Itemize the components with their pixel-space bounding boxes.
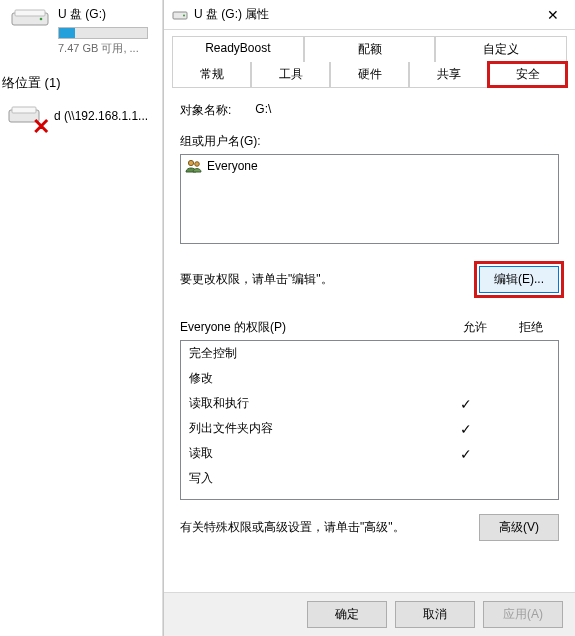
explorer-background: U 盘 (G:) 7.47 GB 可用, ... 络位置 (1) ✕ d (\\… <box>0 0 163 636</box>
network-drive-icon: ✕ <box>8 102 48 130</box>
tab-quota[interactable]: 配额 <box>304 36 436 62</box>
drive-subtitle: 7.47 GB 可用, ... <box>58 41 158 56</box>
close-button[interactable]: ✕ <box>530 0 575 30</box>
permission-row: 修改 <box>181 366 558 391</box>
svg-point-8 <box>195 162 200 167</box>
perm-allow-header: 允许 <box>447 319 503 336</box>
permission-name: 列出文件夹内容 <box>189 420 438 437</box>
object-name-value: G:\ <box>255 102 271 119</box>
svg-rect-1 <box>15 10 45 16</box>
titlebar-drive-icon <box>172 7 188 23</box>
edit-hint: 要更改权限，请单击"编辑"。 <box>180 271 333 288</box>
tab-tools[interactable]: 工具 <box>251 62 330 87</box>
permission-row: 写入 <box>181 466 558 491</box>
security-panel: 对象名称: G:\ 组或用户名(G): Everyone 要更改权限，请单击"编… <box>164 88 575 541</box>
permission-row: 读取和执行✓ <box>181 391 558 416</box>
permission-row: 完全控制 <box>181 341 558 366</box>
tabstrip: ReadyBoost 配额 自定义 常规 工具 硬件 共享 安全 <box>172 36 567 87</box>
disconnected-x-icon: ✕ <box>32 114 50 140</box>
drive-icon <box>10 6 50 30</box>
svg-rect-4 <box>12 107 36 113</box>
tab-readyboost[interactable]: ReadyBoost <box>172 36 304 62</box>
permission-name: 写入 <box>189 470 438 487</box>
network-item-label: d (\\192.168.1.1... <box>54 109 148 123</box>
permission-name: 完全控制 <box>189 345 438 362</box>
svg-point-7 <box>188 160 193 165</box>
drive-usage-bar <box>58 27 148 39</box>
permission-row: 读取✓ <box>181 441 558 466</box>
permission-name: 读取和执行 <box>189 395 438 412</box>
group-icon <box>185 159 203 173</box>
tab-general[interactable]: 常规 <box>172 62 251 87</box>
titlebar-title: U 盘 (G:) 属性 <box>194 6 530 23</box>
permission-allow: ✓ <box>438 446 494 462</box>
tab-security[interactable]: 安全 <box>488 62 567 87</box>
apply-button[interactable]: 应用(A) <box>483 601 563 628</box>
svg-point-6 <box>183 14 185 16</box>
dialog-buttons: 确定 取消 应用(A) <box>164 592 575 636</box>
tab-hardware[interactable]: 硬件 <box>330 62 409 87</box>
perm-deny-header: 拒绝 <box>503 319 559 336</box>
properties-dialog: U 盘 (G:) 属性 ✕ ReadyBoost 配额 自定义 常规 工具 硬件… <box>163 0 575 636</box>
tab-sharing[interactable]: 共享 <box>409 62 488 87</box>
titlebar: U 盘 (G:) 属性 ✕ <box>164 0 575 30</box>
drive-item[interactable]: U 盘 (G:) 7.47 GB 可用, ... <box>0 0 162 60</box>
drive-title: U 盘 (G:) <box>58 6 158 23</box>
perm-title: Everyone 的权限(P) <box>180 319 447 336</box>
permissions-list[interactable]: 完全控制修改读取和执行✓列出文件夹内容✓读取✓写入 <box>180 340 559 500</box>
permission-name: 读取 <box>189 445 438 462</box>
list-item[interactable]: Everyone <box>185 158 554 174</box>
advanced-hint: 有关特殊权限或高级设置，请单击"高级"。 <box>180 519 405 536</box>
svg-point-2 <box>40 18 43 21</box>
cancel-button[interactable]: 取消 <box>395 601 475 628</box>
list-item-label: Everyone <box>207 159 258 173</box>
advanced-button[interactable]: 高级(V) <box>479 514 559 541</box>
object-name-label: 对象名称: <box>180 102 231 119</box>
ok-button[interactable]: 确定 <box>307 601 387 628</box>
group-users-list[interactable]: Everyone <box>180 154 559 244</box>
tab-custom[interactable]: 自定义 <box>435 36 567 62</box>
permission-row: 列出文件夹内容✓ <box>181 416 558 441</box>
network-item[interactable]: ✕ d (\\192.168.1.1... <box>0 98 162 130</box>
nav-section-label: 络位置 (1) <box>0 60 162 98</box>
permission-name: 修改 <box>189 370 438 387</box>
group-users-label: 组或用户名(G): <box>180 133 559 150</box>
permission-allow: ✓ <box>438 421 494 437</box>
edit-button[interactable]: 编辑(E)... <box>479 266 559 293</box>
permission-allow: ✓ <box>438 396 494 412</box>
